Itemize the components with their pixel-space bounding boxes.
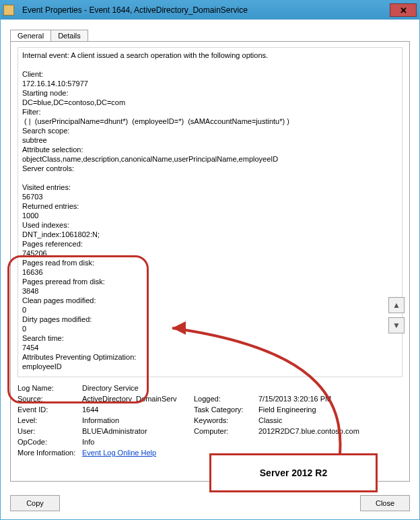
value-logname: Directory Service <box>82 384 190 392</box>
tab-details[interactable]: Details <box>50 30 88 41</box>
label-user: User: <box>18 427 78 435</box>
close-icon[interactable]: ✕ <box>390 3 417 17</box>
value-eventid: 1644 <box>82 405 190 414</box>
link-moreinfo[interactable]: Event Log Online Help <box>82 449 366 457</box>
nav-up-button[interactable]: ▲ <box>388 297 405 313</box>
label-source: Source: <box>18 395 78 403</box>
value-keywords: Classic <box>258 416 366 424</box>
label-moreinfo: More Information: <box>18 449 78 457</box>
tabstrip: General Details <box>10 26 410 41</box>
nav-arrows: ▲ ▼ <box>388 297 405 333</box>
close-button[interactable]: Close <box>360 495 410 511</box>
label-eventid: Event ID: <box>18 405 78 414</box>
label-taskcategory: Task Category: <box>194 405 254 414</box>
titlebar: Event Properties - Event 1644, ActiveDir… <box>1 1 419 20</box>
value-level: Information <box>82 416 190 424</box>
value-opcode: Info <box>82 438 190 446</box>
nav-down-button[interactable]: ▼ <box>388 317 405 333</box>
window: Event Properties - Event 1644, ActiveDir… <box>0 0 420 520</box>
label-opcode: OpCode: <box>18 438 78 446</box>
tabpanel-general: Internal event: A client issued a search… <box>10 41 410 482</box>
value-taskcategory: Field Engineering <box>258 405 366 414</box>
arrow-up-icon: ▲ <box>392 300 400 310</box>
value-logged: 7/15/2013 3:20:16 PM <box>258 395 366 403</box>
window-title: Event Properties - Event 1644, ActiveDir… <box>20 5 390 15</box>
label-computer: Computer: <box>194 427 254 435</box>
value-source: ActiveDirectory_DomainServ <box>82 395 190 403</box>
event-description[interactable]: Internal event: A client issued a search… <box>18 47 403 377</box>
arrow-down-icon: ▼ <box>392 321 400 330</box>
event-metadata: Log Name: Directory Service Source: Acti… <box>18 384 403 457</box>
value-user: BLUE\Administrator <box>82 427 190 435</box>
app-icon <box>3 5 14 15</box>
footer: Copy Close <box>1 488 419 519</box>
label-logged: Logged: <box>194 395 254 403</box>
value-computer: 2012R2DC7.blue.contoso.com <box>258 427 366 435</box>
label-level: Level: <box>18 416 78 424</box>
tab-general[interactable]: General <box>10 30 51 41</box>
copy-button[interactable]: Copy <box>10 495 60 511</box>
label-keywords: Keywords: <box>194 416 254 424</box>
label-logname: Log Name: <box>18 384 78 392</box>
client-area: General Details Internal event: A client… <box>1 20 419 488</box>
